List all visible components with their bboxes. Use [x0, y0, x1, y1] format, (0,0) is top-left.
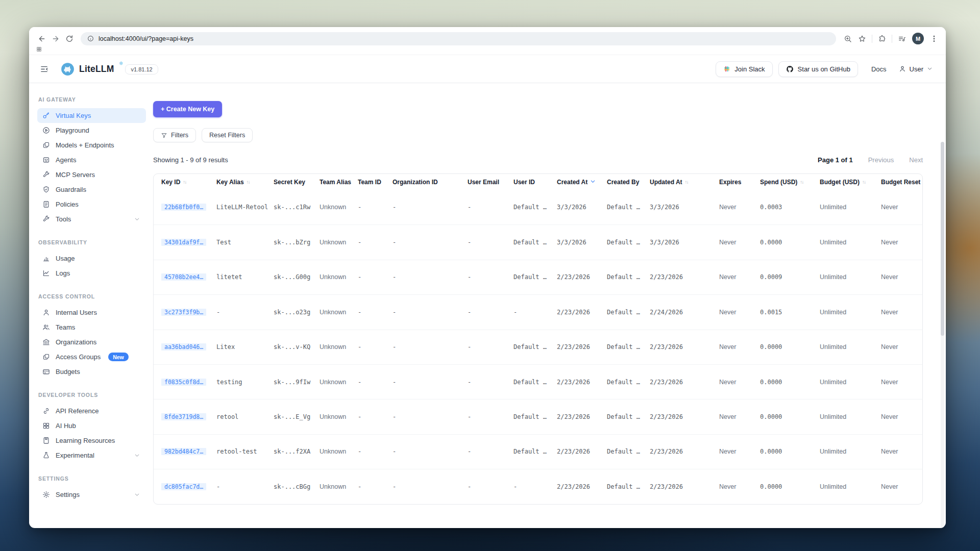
- create-new-key-button[interactable]: + Create New Key: [153, 101, 222, 117]
- chevron-down-icon: [133, 453, 141, 458]
- cell-updated_at: 2/23/2026: [650, 483, 719, 490]
- key-id-link[interactable]: 3c273f3f9b…: [161, 309, 206, 316]
- sidebar-item-internal-users[interactable]: Internal Users: [37, 305, 146, 320]
- sidebar-item-teams[interactable]: Teams: [37, 320, 146, 335]
- key-id-link[interactable]: f0835c0f8d…: [161, 379, 206, 386]
- reload-icon: [65, 35, 74, 43]
- sidebar-item-tools[interactable]: Tools: [37, 212, 146, 227]
- column-header-org_id[interactable]: Organization ID: [393, 179, 468, 186]
- cell-team_id: -: [358, 204, 393, 211]
- cell-user_email: -: [468, 204, 513, 211]
- bookmark-button[interactable]: [855, 33, 869, 45]
- column-header-created_at[interactable]: Created At: [557, 179, 607, 186]
- key-id-link[interactable]: 8fde3719d8…: [161, 413, 206, 420]
- next-page-button[interactable]: Next: [909, 156, 923, 164]
- flask-icon: [42, 452, 50, 459]
- agent-icon: [42, 156, 50, 164]
- key-id-link[interactable]: 34301daf9f…: [161, 239, 206, 246]
- sidebar-item-api-reference[interactable]: API Reference: [37, 404, 146, 418]
- column-header-team_alias[interactable]: Team Alias: [320, 179, 358, 186]
- column-header-key_alias[interactable]: Key Alias↑↓: [216, 179, 274, 186]
- reload-button[interactable]: [63, 32, 76, 45]
- cell-key_id: f0835c0f8d…: [161, 379, 216, 386]
- sidebar-collapse-button[interactable]: [37, 62, 51, 76]
- cell-org_id: -: [393, 413, 468, 420]
- sidebar-section: OBSERVABILITYUsageLogs: [37, 239, 146, 281]
- cell-team_id: -: [358, 239, 393, 246]
- sidebar-item-virtual-keys[interactable]: Virtual Keys: [37, 108, 146, 123]
- column-header-team_id[interactable]: Team ID: [358, 179, 393, 186]
- zoom-button[interactable]: [841, 33, 854, 45]
- sidebar-item-mcp-servers[interactable]: MCP Servers: [37, 167, 146, 182]
- cell-created_by: Default …: [607, 204, 650, 211]
- key-id-link[interactable]: 982bd484c7…: [161, 448, 206, 455]
- cell-spend: 0.0015: [760, 309, 820, 316]
- new-badge: New: [108, 353, 129, 361]
- scrollbar[interactable]: [941, 142, 944, 528]
- cell-spend: 0.0000: [760, 239, 820, 246]
- sidebar-section-heading: OBSERVABILITY: [38, 239, 146, 245]
- browser-menu-button[interactable]: [927, 33, 941, 45]
- cell-team_alias: Unknown: [320, 204, 358, 211]
- column-header-budget_reset[interactable]: Budget Reset: [881, 179, 922, 186]
- column-header-user_id[interactable]: User ID: [513, 179, 557, 186]
- sidebar-item-logs[interactable]: Logs: [37, 266, 146, 281]
- cell-budget_reset: Never: [881, 309, 922, 316]
- apps-grid-icon[interactable]: [36, 45, 42, 54]
- column-header-user_email[interactable]: User Email: [468, 179, 513, 186]
- column-header-key_id[interactable]: Key ID↑↓: [161, 179, 216, 186]
- key-id-link[interactable]: dc805fac7d…: [161, 483, 206, 490]
- cell-team_alias: Unknown: [320, 483, 358, 490]
- cell-budget_reset: Never: [881, 273, 922, 281]
- toolbar-divider: [892, 35, 892, 43]
- cell-created_at: 3/3/2026: [557, 204, 607, 211]
- cell-key_alias: testing: [216, 379, 274, 386]
- sidebar-item-settings[interactable]: Settings: [37, 487, 146, 502]
- address-bar[interactable]: localhost:4000/ui/?page=api-keys: [81, 32, 836, 45]
- key-id-link[interactable]: 22b68fb0f0…: [161, 204, 206, 211]
- sidebar-section-heading: SETTINGS: [38, 475, 146, 482]
- back-button[interactable]: [35, 32, 48, 45]
- profile-avatar[interactable]: M: [912, 33, 924, 44]
- kebab-menu-icon: [930, 35, 938, 43]
- filters-button[interactable]: Filters: [153, 128, 196, 142]
- column-header-secret_key[interactable]: Secret Key: [274, 179, 320, 186]
- key-id-link[interactable]: 45708b2ee4…: [161, 273, 206, 281]
- sidebar-item-access-groups[interactable]: Access GroupsNew: [37, 349, 146, 364]
- star-github-button[interactable]: Star us on GitHub: [778, 61, 858, 77]
- sidebar-item-playground[interactable]: Playground: [37, 123, 146, 138]
- reset-filters-button[interactable]: Reset Filters: [202, 128, 253, 142]
- sidebar-item-label: Access Groups: [56, 353, 101, 361]
- table-row: 22b68fb0f0…LiteLLM-Retoolsk-...c1RwUnkno…: [154, 190, 922, 224]
- column-header-spend[interactable]: Spend (USD)↑↓: [760, 179, 820, 186]
- media-controls-button[interactable]: [895, 33, 909, 45]
- sidebar-item-agents[interactable]: Agents: [37, 153, 146, 167]
- forward-button[interactable]: [49, 32, 62, 45]
- column-header-budget[interactable]: Budget (USD)↑↓: [820, 179, 881, 186]
- column-header-created_by[interactable]: Created By: [607, 179, 650, 186]
- join-slack-button[interactable]: Join Slack: [716, 61, 772, 77]
- sidebar-item-experimental[interactable]: Experimental: [37, 448, 146, 463]
- sidebar-item-ai-hub[interactable]: AI Hub: [37, 418, 146, 433]
- sidebar-item-label: Budgets: [56, 368, 80, 375]
- key-id-link[interactable]: aa36bad046…: [161, 343, 206, 350]
- sidebar-item-usage[interactable]: Usage: [37, 251, 146, 266]
- sort-desc-icon: [590, 179, 596, 186]
- sidebar-item-learning-resources[interactable]: Learning Resources: [37, 433, 146, 448]
- column-header-updated_at[interactable]: Updated At↑↓: [650, 179, 719, 186]
- cell-created_at: 2/23/2026: [557, 483, 607, 490]
- sidebar-item-guardrails[interactable]: Guardrails: [37, 182, 146, 197]
- sidebar-item-label: MCP Servers: [56, 171, 95, 179]
- user-menu[interactable]: User: [899, 65, 933, 73]
- sidebar-item-organizations[interactable]: Organizations: [37, 335, 146, 349]
- extensions-button[interactable]: [875, 33, 889, 45]
- sidebar-item-budgets[interactable]: Budgets: [37, 364, 146, 379]
- models-icon: [42, 141, 50, 149]
- docs-link[interactable]: Docs: [871, 65, 887, 73]
- main-content: + Create New Key Filters Reset Filters S…: [153, 83, 946, 527]
- column-header-expires[interactable]: Expires: [719, 179, 760, 186]
- sidebar-item-models-endpoints[interactable]: Models + Endpoints: [37, 138, 146, 153]
- previous-page-button[interactable]: Previous: [868, 156, 894, 164]
- browser-window: localhost:4000/ui/?page=api-keys M: [29, 27, 946, 528]
- sidebar-item-policies[interactable]: Policies: [37, 197, 146, 212]
